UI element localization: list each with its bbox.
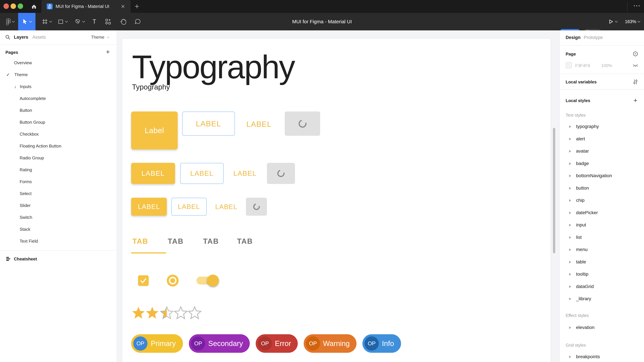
toggle-visibility-button[interactable]	[632, 61, 640, 69]
expand-arrow-icon[interactable]	[569, 150, 571, 153]
sidebar-item-radio-group[interactable]: Radio Group	[0, 152, 117, 164]
expand-arrow-icon[interactable]	[569, 162, 571, 165]
expand-arrow-icon[interactable]	[569, 355, 571, 358]
chip-primary[interactable]: OP Primary	[131, 334, 183, 353]
style-row-elevation[interactable]: elevation	[560, 321, 644, 334]
sidebar-item-floating-action-button[interactable]: Floating Action Button	[0, 140, 117, 152]
expand-arrow-icon[interactable]	[569, 298, 571, 300]
style-row-datagrid[interactable]: dataGrid	[560, 281, 644, 293]
sidebar-item-rating[interactable]: Rating	[0, 164, 117, 176]
mui-tab-3[interactable]: TAB	[198, 237, 224, 245]
expand-arrow-icon[interactable]	[569, 212, 571, 214]
mui-tab-1[interactable]: TAB	[127, 237, 154, 245]
sidebar-item-text-field[interactable]: Text Field	[0, 235, 117, 247]
vertical-scrollbar[interactable]	[553, 128, 555, 253]
outlined-button-medium[interactable]: LABEL	[180, 163, 224, 184]
style-row-button[interactable]: button	[560, 182, 644, 194]
star-half-icon[interactable]	[160, 306, 174, 320]
style-row-alert[interactable]: alert	[560, 133, 644, 145]
close-window-button[interactable]	[4, 4, 9, 9]
radio-button-selected[interactable]	[167, 275, 179, 287]
contained-button-medium[interactable]: LABEL	[131, 163, 175, 184]
chip-info[interactable]: OP Info	[362, 334, 401, 353]
text-button-large[interactable]: LABEL	[244, 119, 274, 129]
expand-arrow-icon[interactable]	[569, 187, 571, 190]
outlined-button-small[interactable]: LABEL	[171, 198, 207, 216]
text-button-small[interactable]: LABEL	[213, 202, 240, 211]
frame-tool-button[interactable]	[40, 13, 54, 30]
loading-button-small[interactable]	[246, 198, 267, 216]
expand-arrow-icon[interactable]	[569, 224, 571, 226]
text-tool-button[interactable]: T	[90, 13, 99, 30]
sidebar-item-slider[interactable]: Slider	[0, 200, 117, 211]
switch-thumb-on[interactable]	[207, 275, 219, 287]
present-button[interactable]	[608, 13, 617, 30]
tab-assets[interactable]: Assets	[32, 35, 46, 40]
zoom-menu[interactable]: 163%	[625, 13, 640, 30]
add-page-button[interactable]: +	[104, 48, 112, 56]
add-style-button[interactable]: +	[632, 96, 640, 104]
tab-close-button[interactable]: ✕	[120, 4, 126, 9]
star-full-icon[interactable]	[145, 306, 159, 320]
contained-button-small[interactable]: LABEL	[131, 198, 167, 216]
page-selector[interactable]: Theme	[91, 35, 109, 40]
star-empty-icon[interactable]	[188, 306, 202, 320]
canvas-viewport[interactable]: Typography Typography Label LABEL LABEL …	[117, 30, 559, 362]
mui-tab-4[interactable]: TAB	[232, 237, 258, 245]
sidebar-item-switch[interactable]: Switch	[0, 211, 117, 223]
search-button[interactable]	[5, 34, 11, 40]
checkbox-checked[interactable]	[138, 275, 149, 286]
hand-tool-button[interactable]	[118, 13, 129, 30]
chip-warning[interactable]: OP Warning	[304, 334, 356, 353]
expand-arrow-icon[interactable]	[569, 326, 571, 329]
text-button-medium[interactable]: LABEL	[231, 169, 259, 178]
file-tab[interactable]: MUI for Figma - Material UI ✕	[42, 0, 131, 13]
expand-arrow-icon[interactable]	[569, 199, 571, 202]
sidebar-item-button[interactable]: Button	[0, 104, 117, 116]
style-row-menu[interactable]: menu	[560, 244, 644, 256]
style-row-badge[interactable]: badge	[560, 157, 644, 170]
page-styles-button[interactable]	[632, 50, 640, 58]
sidebar-item-overview[interactable]: Overview	[0, 57, 117, 69]
outlined-button-large[interactable]: LABEL	[182, 111, 235, 136]
overflow-menu-button[interactable]: ⋯	[633, 1, 641, 10]
chip-secondary[interactable]: OP Secondary	[189, 334, 250, 353]
new-tab-button[interactable]: +	[133, 2, 141, 10]
expand-arrow-icon[interactable]	[569, 236, 571, 239]
sidebar-item-stack[interactable]: Stack	[0, 223, 117, 235]
maximize-window-button[interactable]	[18, 4, 23, 9]
style-row-tooltip[interactable]: tooltip	[560, 268, 644, 280]
star-empty-icon[interactable]	[174, 306, 188, 320]
star-full-icon[interactable]	[132, 306, 145, 320]
expand-arrow-icon[interactable]	[569, 248, 571, 251]
style-row-breakpoints[interactable]: breakpoints	[560, 351, 644, 362]
sidebar-item-button-group[interactable]: Button Group	[0, 116, 117, 128]
comment-tool-button[interactable]	[132, 13, 144, 30]
minimize-window-button[interactable]	[10, 4, 16, 9]
page-color-opacity[interactable]: 100%	[601, 63, 612, 68]
sidebar-item-cheatsheet[interactable]: Cheatsheet	[0, 253, 117, 265]
sidebar-item-autocomplete[interactable]: Autocomplete	[0, 92, 117, 104]
tab-layers[interactable]: Layers	[14, 35, 28, 40]
page-color-hex[interactable]: F3F4F6	[575, 63, 590, 68]
style-row-avatar[interactable]: avatar	[560, 145, 644, 157]
loading-button-medium[interactable]	[267, 163, 295, 184]
expand-arrow-icon[interactable]	[569, 125, 571, 128]
shape-tool-button[interactable]	[56, 13, 70, 30]
chip-error[interactable]: OP Error	[256, 334, 298, 353]
sidebar-item-inputs[interactable]: ↓ Inputs	[0, 81, 117, 92]
expand-arrow-icon[interactable]	[569, 138, 571, 140]
style-row-input[interactable]: input	[560, 219, 644, 231]
tab-prototype[interactable]: Prototype	[584, 35, 603, 40]
expand-arrow-icon[interactable]	[569, 174, 571, 177]
pen-tool-button[interactable]	[72, 13, 87, 30]
main-menu-button[interactable]	[3, 13, 17, 30]
style-row-bottomnavigation[interactable]: bottomNavigation	[560, 170, 644, 182]
style-row-table[interactable]: table	[560, 256, 644, 268]
style-row-list[interactable]: list	[560, 231, 644, 244]
style-row-typography[interactable]: typography	[560, 121, 644, 133]
sidebar-item-select[interactable]: Select	[0, 188, 117, 200]
tab-design[interactable]: Design	[566, 35, 580, 40]
style-row-library[interactable]: _library	[560, 293, 644, 305]
actions-tool-button[interactable]	[102, 13, 114, 30]
